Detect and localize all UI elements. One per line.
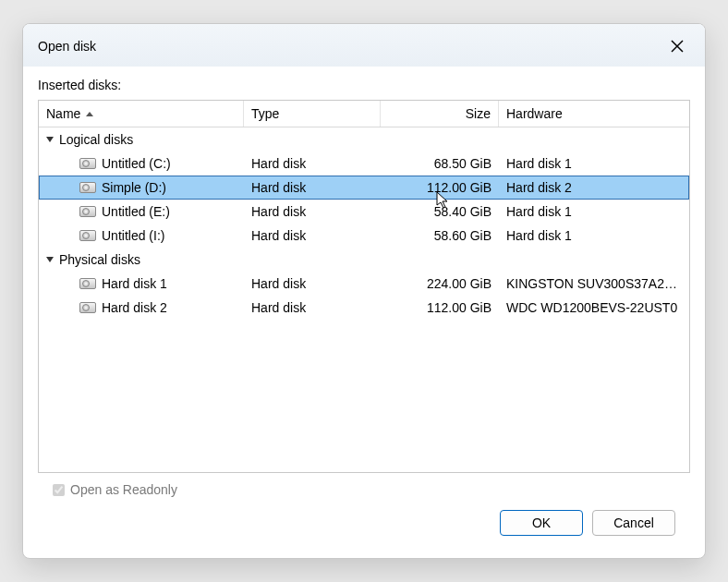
disk-row[interactable]: Untitled (C:)Hard disk68.50 GiBHard disk… bbox=[39, 152, 689, 176]
cell-hardware: Hard disk 1 bbox=[499, 204, 689, 219]
cell-type: Hard disk bbox=[244, 180, 381, 195]
disk-name-text: Untitled (C:) bbox=[102, 156, 171, 171]
cell-hardware: Hard disk 2 bbox=[499, 180, 689, 195]
cell-name: Hard disk 1 bbox=[39, 276, 244, 291]
group-label: Logical disks bbox=[59, 132, 133, 147]
cell-hardware: WDC WD1200BEVS-22UST0 bbox=[499, 300, 689, 315]
dialog-footer: Open as Readonly OK Cancel bbox=[38, 473, 690, 549]
close-icon bbox=[671, 40, 684, 53]
group-header[interactable]: Physical disks bbox=[39, 248, 689, 272]
disk-name-text: Simple (D:) bbox=[102, 180, 166, 195]
ok-button[interactable]: OK bbox=[500, 510, 583, 536]
group-label: Physical disks bbox=[59, 252, 140, 267]
cell-size: 224.00 GiB bbox=[381, 276, 499, 291]
hard-disk-icon bbox=[79, 278, 96, 289]
cell-name: Simple (D:) bbox=[39, 180, 244, 195]
column-header-type-label: Type bbox=[251, 106, 279, 121]
open-disk-dialog: Open disk Inserted disks: Name Type Size… bbox=[22, 23, 706, 559]
cell-name: Untitled (E:) bbox=[39, 204, 244, 219]
hard-disk-icon bbox=[79, 302, 96, 313]
disk-row[interactable]: Untitled (E:)Hard disk58.40 GiBHard disk… bbox=[39, 200, 689, 224]
cell-type: Hard disk bbox=[244, 276, 381, 291]
cell-size: 68.50 GiB bbox=[381, 156, 499, 171]
dialog-buttons: OK Cancel bbox=[53, 510, 675, 549]
listview-rows[interactable]: Logical disksUntitled (C:)Hard disk68.50… bbox=[39, 127, 689, 472]
cell-name: Untitled (I:) bbox=[39, 228, 244, 243]
open-readonly-label: Open as Readonly bbox=[70, 482, 177, 497]
open-readonly-checkbox-row: Open as Readonly bbox=[53, 482, 675, 497]
inserted-disks-label: Inserted disks: bbox=[38, 78, 690, 92]
chevron-down-icon bbox=[46, 137, 54, 142]
disk-name-text: Hard disk 2 bbox=[102, 300, 167, 315]
dialog-title: Open disk bbox=[38, 39, 96, 54]
cell-size: 112.00 GiB bbox=[381, 180, 499, 195]
cell-name: Untitled (C:) bbox=[39, 156, 244, 171]
disk-name-text: Untitled (I:) bbox=[102, 228, 164, 243]
close-button[interactable] bbox=[664, 33, 690, 59]
cell-size: 58.40 GiB bbox=[381, 204, 499, 219]
cell-type: Hard disk bbox=[244, 156, 381, 171]
column-header-type[interactable]: Type bbox=[244, 101, 381, 127]
chevron-down-icon bbox=[46, 257, 54, 262]
cell-hardware: Hard disk 1 bbox=[499, 156, 689, 171]
listview-header: Name Type Size Hardware bbox=[39, 101, 689, 127]
disk-row[interactable]: Hard disk 1Hard disk224.00 GiBKINGSTON S… bbox=[39, 272, 689, 296]
cell-size: 112.00 GiB bbox=[381, 300, 499, 315]
open-readonly-checkbox[interactable] bbox=[53, 484, 65, 496]
cell-type: Hard disk bbox=[244, 228, 381, 243]
disk-row[interactable]: Hard disk 2Hard disk112.00 GiBWDC WD1200… bbox=[39, 296, 689, 320]
column-header-name-label: Name bbox=[46, 106, 80, 121]
disk-row[interactable]: Simple (D:)Hard disk112.00 GiBHard disk … bbox=[39, 176, 689, 200]
sort-asc-icon bbox=[86, 112, 93, 116]
disk-name-text: Untitled (E:) bbox=[102, 204, 170, 219]
cell-hardware: KINGSTON SUV300S37A240G bbox=[499, 276, 689, 291]
column-header-size[interactable]: Size bbox=[381, 101, 499, 127]
dialog-body: Inserted disks: Name Type Size Hardware … bbox=[23, 67, 705, 558]
hard-disk-icon bbox=[79, 158, 96, 169]
column-header-hardware[interactable]: Hardware bbox=[499, 101, 689, 127]
disk-row[interactable]: Untitled (I:)Hard disk58.60 GiBHard disk… bbox=[39, 224, 689, 248]
hard-disk-icon bbox=[79, 230, 96, 241]
disk-name-text: Hard disk 1 bbox=[102, 276, 167, 291]
column-header-size-label: Size bbox=[466, 106, 491, 121]
cell-name: Hard disk 2 bbox=[39, 300, 244, 315]
cell-hardware: Hard disk 1 bbox=[499, 228, 689, 243]
cell-size: 58.60 GiB bbox=[381, 228, 499, 243]
cancel-button[interactable]: Cancel bbox=[592, 510, 675, 536]
cell-type: Hard disk bbox=[244, 300, 381, 315]
hard-disk-icon bbox=[79, 206, 96, 217]
group-header[interactable]: Logical disks bbox=[39, 127, 689, 152]
column-header-hardware-label: Hardware bbox=[506, 106, 563, 121]
titlebar: Open disk bbox=[23, 24, 705, 67]
hard-disk-icon bbox=[79, 182, 96, 193]
disk-listview[interactable]: Name Type Size Hardware Logical disksUnt… bbox=[38, 100, 690, 473]
column-header-name[interactable]: Name bbox=[39, 101, 244, 127]
cell-type: Hard disk bbox=[244, 204, 381, 219]
